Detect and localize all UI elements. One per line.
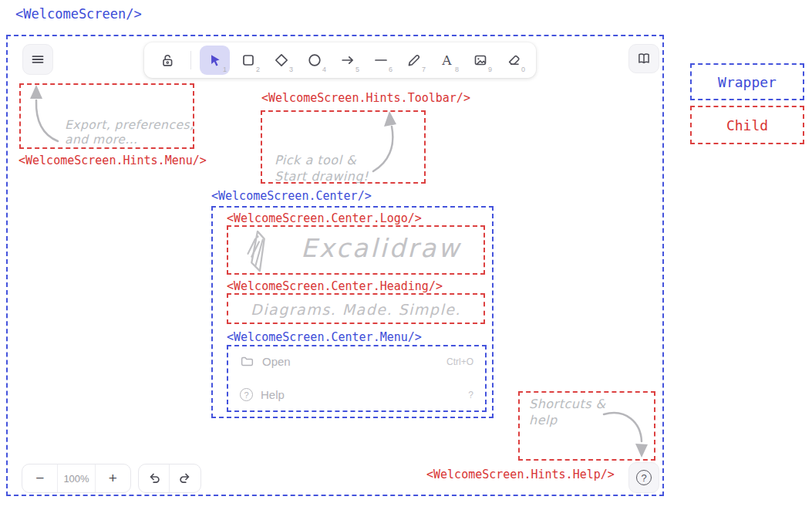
- menu-item-label: Help: [261, 388, 285, 401]
- question-circle-icon: ?: [636, 470, 652, 485]
- library-button[interactable]: [628, 44, 659, 73]
- zoom-out-button[interactable]: −: [22, 464, 57, 492]
- center-menu-item-open[interactable]: Open Ctrl+O: [240, 354, 473, 369]
- question-circle-icon: ?: [240, 388, 253, 401]
- menu-item-label: Open: [262, 355, 291, 368]
- text-tool-icon: A: [442, 52, 451, 68]
- tool-shortcut-number: 4: [322, 66, 326, 73]
- tool-shortcut-number: 8: [455, 66, 459, 73]
- folder-icon: [240, 354, 254, 369]
- hints-toolbar-text: Pick a tool & Start drawing!: [275, 152, 369, 184]
- center-menu-label: <WelcomeScreen.Center.Menu/>: [227, 330, 422, 344]
- tool-shortcut-number: 7: [422, 66, 426, 73]
- legend-wrapper-label: Wrapper: [718, 74, 777, 90]
- hamburger-icon: [30, 52, 45, 67]
- unlock-icon: [160, 52, 175, 68]
- line-icon: [373, 52, 389, 68]
- diamond-icon: [274, 52, 289, 68]
- center-heading-box: Diagrams. Made. Simple.: [227, 293, 485, 324]
- legend-wrapper-box: Wrapper: [690, 63, 804, 100]
- center-box: <WelcomeScreen.Center.Logo/> Excalidraw …: [211, 206, 494, 418]
- undo-redo-group: [138, 464, 201, 493]
- hints-help-text: Shortcuts & help: [529, 396, 606, 428]
- hints-menu-text: Export, preferences, and more...: [65, 118, 194, 147]
- tool-arrow[interactable]: 5: [332, 46, 362, 75]
- tool-selection[interactable]: 1: [200, 46, 230, 75]
- center-heading-text: Diagrams. Made. Simple.: [228, 301, 483, 318]
- tool-shortcut-number: 1: [223, 66, 227, 73]
- tool-text[interactable]: A 8: [432, 46, 462, 75]
- excalidraw-logo-icon: [245, 229, 270, 277]
- hints-help-text-line2: help: [529, 412, 606, 428]
- hints-toolbar-text-line2: Start drawing!: [275, 168, 369, 184]
- tool-eraser[interactable]: 0: [498, 46, 528, 75]
- hints-toolbar-text-line1: Pick a tool &: [275, 152, 369, 168]
- lock-tool-button[interactable]: [152, 46, 182, 75]
- ellipse-icon: [307, 52, 322, 68]
- tool-ellipse[interactable]: 4: [299, 46, 329, 75]
- main-menu-button[interactable]: [22, 44, 53, 75]
- center-heading-label: <WelcomeScreen.Center.Heading/>: [227, 279, 443, 293]
- legend-child-box: Child: [690, 106, 804, 144]
- help-button[interactable]: ?: [628, 462, 659, 493]
- tool-toolbar: 1 2 3 4 5: [144, 42, 536, 78]
- tool-shortcut-number: 9: [488, 66, 492, 73]
- zoom-percent-text: 100%: [63, 473, 89, 485]
- tool-line[interactable]: 6: [366, 46, 396, 75]
- tool-image[interactable]: 9: [465, 46, 495, 75]
- tool-draw[interactable]: 7: [399, 46, 429, 75]
- tool-shortcut-number: 3: [289, 66, 293, 73]
- book-icon: [636, 51, 652, 66]
- tool-shortcut-number: 6: [389, 66, 393, 73]
- tool-shortcut-number: 5: [355, 66, 359, 73]
- hints-menu-text-line2: and more...: [65, 133, 194, 147]
- zoom-level-readout[interactable]: 100%: [58, 464, 94, 492]
- undo-button[interactable]: [139, 464, 169, 492]
- hints-toolbar-label: <WelcomeScreen.Hints.Toolbar/>: [261, 91, 470, 105]
- eraser-icon: [506, 52, 521, 68]
- redo-arrow-icon: [177, 471, 193, 486]
- redo-button[interactable]: [170, 464, 200, 492]
- excalidraw-canvas[interactable]: 1 2 3 4 5: [6, 35, 664, 496]
- zoom-stepper: − 100% +: [22, 464, 131, 493]
- center-menu-item-help[interactable]: ? Help ?: [240, 388, 473, 401]
- cursor-icon: [207, 52, 223, 68]
- hints-help-text-line1: Shortcuts &: [529, 396, 606, 412]
- center-logo-box: Excalidraw: [227, 225, 485, 275]
- plus-icon: +: [109, 470, 117, 487]
- menu-item-shortcut: ?: [468, 390, 473, 400]
- center-menu-box: Open Ctrl+O ? Help ?: [227, 345, 487, 412]
- tool-shortcut-number: 2: [256, 66, 260, 73]
- excalidraw-logo-text: Excalidraw: [281, 233, 481, 263]
- image-icon: [473, 52, 488, 68]
- rectangle-icon: [241, 52, 256, 68]
- tool-shortcut-number: 0: [521, 66, 525, 73]
- minus-icon: −: [35, 470, 44, 487]
- tool-rectangle[interactable]: 2: [233, 46, 263, 75]
- pencil-icon: [406, 52, 422, 68]
- tool-diamond[interactable]: 3: [266, 46, 296, 75]
- zoom-in-button[interactable]: +: [96, 464, 130, 492]
- welcomescreen-label: <WelcomeScreen/>: [15, 6, 142, 22]
- hints-menu-label: <WelcomeScreen.Hints.Menu/>: [19, 154, 207, 167]
- legend-child-label: Child: [726, 117, 768, 133]
- hints-menu-text-line1: Export, preferences,: [65, 118, 194, 133]
- center-label: <WelcomeScreen.Center/>: [211, 189, 372, 203]
- menu-item-shortcut: Ctrl+O: [446, 356, 473, 367]
- undo-arrow-icon: [147, 471, 162, 486]
- arrow-icon: [340, 52, 355, 68]
- toolbar-divider: [190, 51, 191, 69]
- hints-help-label: <WelcomeScreen.Hints.Help/>: [426, 468, 615, 481]
- center-logo-label: <WelcomeScreen.Center.Logo/>: [227, 211, 422, 225]
